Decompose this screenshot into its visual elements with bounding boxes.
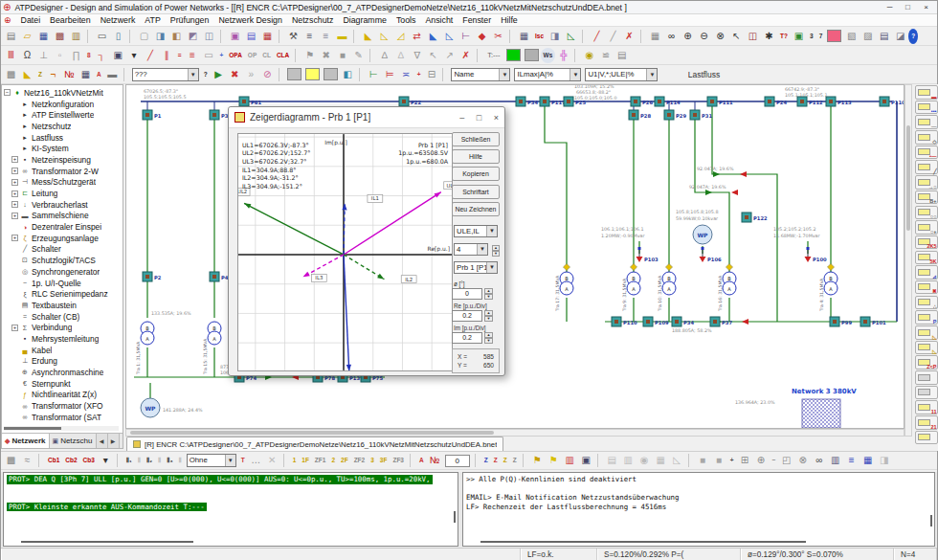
console-left-vscroll-thumb[interactable] xyxy=(454,511,456,523)
bus-node[interactable]: P28 xyxy=(629,110,651,120)
console-right-hscroll-thumb[interactable] xyxy=(480,541,806,543)
chevron-down-icon[interactable]: ▼ xyxy=(499,69,509,80)
open-folder-icon[interactable]: ▱ xyxy=(19,29,35,44)
copy-icon[interactable]: ◨ xyxy=(152,29,168,44)
message-console[interactable]: >> Alle P(Q)-Kennlinien sind deaktiviert… xyxy=(462,472,935,547)
save-icon[interactable]: ▦ xyxy=(35,29,52,44)
flag-forward-icon[interactable]: ⚑ xyxy=(546,453,562,468)
pal-chart-button[interactable]: ⊿ xyxy=(915,265,938,280)
tree-hscrollbar[interactable] xyxy=(4,426,119,431)
glasses-view-icon[interactable]: ∞ xyxy=(663,29,680,44)
chevron-down-icon[interactable]: ▼ xyxy=(486,262,497,273)
field-im-p-u-div--spinner[interactable]: ▲▼ xyxy=(484,332,493,344)
phasor-dialog[interactable]: Zeigerdiagramm - Prb 1 [P1] – □ × UL2UL3… xyxy=(228,106,505,376)
save-all-icon[interactable]: ▩ xyxy=(52,29,68,44)
pattern-fill-2-icon[interactable]: ▩ xyxy=(3,453,19,468)
transformer-symbol[interactable]: BA xyxy=(824,272,838,295)
chevrons-icon[interactable]: » xyxy=(243,67,259,82)
swap-arrows-icon[interactable]: ⇄ xyxy=(409,29,425,44)
bus-node[interactable]: P29 xyxy=(664,110,686,120)
bus-node[interactable]: P31 xyxy=(690,110,712,120)
properties-icon[interactable]: ≡ xyxy=(302,29,318,44)
field--[interactable]: 0 xyxy=(452,288,482,300)
trafo-3-gray-icon[interactable]: Ⅱ xyxy=(175,453,184,468)
tree-item-synchrongenerator[interactable]: ◎Synchrongenerator xyxy=(4,266,123,278)
tree-network-icon[interactable]: ╬ xyxy=(555,48,571,63)
bus-node[interactable]: P24 xyxy=(765,97,787,106)
scale-down-icon[interactable]: ∇ xyxy=(409,48,425,63)
pal-disconnector-button[interactable]: ╱ xyxy=(915,160,938,174)
bus-node[interactable]: P3 xyxy=(210,110,229,120)
ground-symbol-icon[interactable]: ⊥ xyxy=(35,48,52,63)
load-symbol[interactable]: P103 xyxy=(636,247,659,262)
ohne-combo[interactable]: Ohne▼ xyxy=(187,454,236,467)
close-button[interactable]: × xyxy=(917,3,935,11)
tree-item-mess-schutzger-t[interactable]: +⊣Mess/Schutzgerät xyxy=(4,177,123,189)
abort-red-icon[interactable]: ✖ xyxy=(227,67,243,82)
element-filter-combo[interactable]: ???▼ xyxy=(132,68,199,81)
grid-small-icon[interactable]: ⊞ xyxy=(736,453,752,468)
fill-yellow-swatch[interactable] xyxy=(305,68,320,80)
count-combo-spinner[interactable]: ▲▼ xyxy=(492,245,500,257)
new-file-icon[interactable]: ▤ xyxy=(3,29,19,44)
select-box-2-icon[interactable]: ■ xyxy=(711,453,727,468)
pal-gray-2-button[interactable] xyxy=(915,386,938,400)
op-mode-icon[interactable]: OP xyxy=(245,48,259,63)
histogram-icon[interactable]: ▥ xyxy=(827,453,843,468)
a-red-box-icon[interactable]: A xyxy=(416,453,427,468)
save-disk-icon[interactable]: ▦ xyxy=(78,67,94,82)
expand-icon[interactable]: + xyxy=(11,156,18,163)
bus-node[interactable]: P113 xyxy=(826,97,852,106)
image-box-icon[interactable]: ▤ xyxy=(614,48,630,63)
feeder-line[interactable] xyxy=(545,106,567,273)
voltage-combo[interactable]: U1|V,*;ULE|%▼ xyxy=(585,68,658,81)
trafo-2-gray-icon[interactable]: Ⅱ xyxy=(155,453,164,468)
bus-node[interactable]: P26 xyxy=(631,97,653,106)
pal-switch-button[interactable]: ◇ xyxy=(915,130,938,145)
coupling-icon[interactable]: = xyxy=(175,48,185,63)
profile-chart-4-icon[interactable]: ◣ xyxy=(425,29,441,44)
expand-icon[interactable]: + xyxy=(11,213,18,219)
tree-item-ki-system[interactable]: ▸KI-System xyxy=(4,143,123,154)
wind-park-symbol[interactable]: WP xyxy=(141,398,160,417)
move-ne-icon[interactable]: ↗ xyxy=(441,48,458,63)
zf3-icon[interactable]: ZF3 xyxy=(390,453,407,468)
conn-red-icon[interactable]: ⊨ xyxy=(382,67,398,82)
delete-x-icon[interactable]: ✖ xyxy=(318,48,334,63)
bus-node[interactable]: P114 xyxy=(655,97,681,106)
move-nw-icon[interactable]: ↖ xyxy=(425,48,441,63)
num-7-icon[interactable]: 7 xyxy=(816,29,826,44)
color-pink-swatch[interactable] xyxy=(827,30,841,42)
save-image-icon[interactable]: ◰ xyxy=(778,453,794,468)
tree-item-sammelschiene[interactable]: +▬Sammelschiene xyxy=(4,211,123,222)
expand-icon[interactable]: + xyxy=(11,325,18,331)
transformer-symbol[interactable]: BA xyxy=(662,272,676,295)
zoom-out-icon[interactable]: ⊖ xyxy=(696,29,712,44)
tree-item-erdung[interactable]: ⊥Erdung xyxy=(4,356,123,368)
probe-combo[interactable]: Prb 1 [P1]▼ xyxy=(454,261,498,274)
num-3-icon[interactable]: 3 xyxy=(807,29,816,44)
tree-item-atp-einstellwerte[interactable]: ▸ATP Einstellwerte xyxy=(4,109,123,121)
bars-red-icon[interactable]: ▥ xyxy=(562,453,578,468)
glasses-2-icon[interactable]: ∞ xyxy=(811,453,827,468)
phase-3-icon[interactable]: 3 xyxy=(368,453,377,468)
cl-mode-icon[interactable]: CL xyxy=(259,48,274,63)
switch-element-icon[interactable]: ┐ xyxy=(94,48,110,63)
element-caret-icon[interactable]: ▾ xyxy=(126,48,143,63)
tree-item-verbindung[interactable]: +ΣVerbindung xyxy=(4,322,123,333)
ruler-angle-icon[interactable]: ◺ xyxy=(563,29,579,44)
a-box-icon[interactable]: A xyxy=(94,67,104,82)
dialog-minimize-button[interactable]: – xyxy=(459,113,464,123)
expand-icon[interactable]: + xyxy=(11,168,18,174)
spin-down-icon[interactable]: ▼ xyxy=(484,316,493,322)
window-icon[interactable]: ◫ xyxy=(201,29,217,44)
pal-steps-11-button[interactable]: 11 xyxy=(915,400,938,414)
cb2-breaker-icon[interactable]: Cb2 xyxy=(62,453,79,468)
cross-red-icon[interactable]: + xyxy=(414,67,424,82)
tree-item-netz16-110kvnetzmit[interactable]: −♦Netz16_110kVNetzMit xyxy=(4,87,123,99)
cla-mode-icon[interactable]: CLA xyxy=(274,48,292,63)
grid-toggle-icon[interactable]: ▦ xyxy=(647,29,663,44)
expand-icon[interactable]: + xyxy=(11,179,18,186)
pal-source-button[interactable]: ○+ xyxy=(915,220,938,235)
area-box-icon[interactable]: ▭ xyxy=(200,48,216,63)
